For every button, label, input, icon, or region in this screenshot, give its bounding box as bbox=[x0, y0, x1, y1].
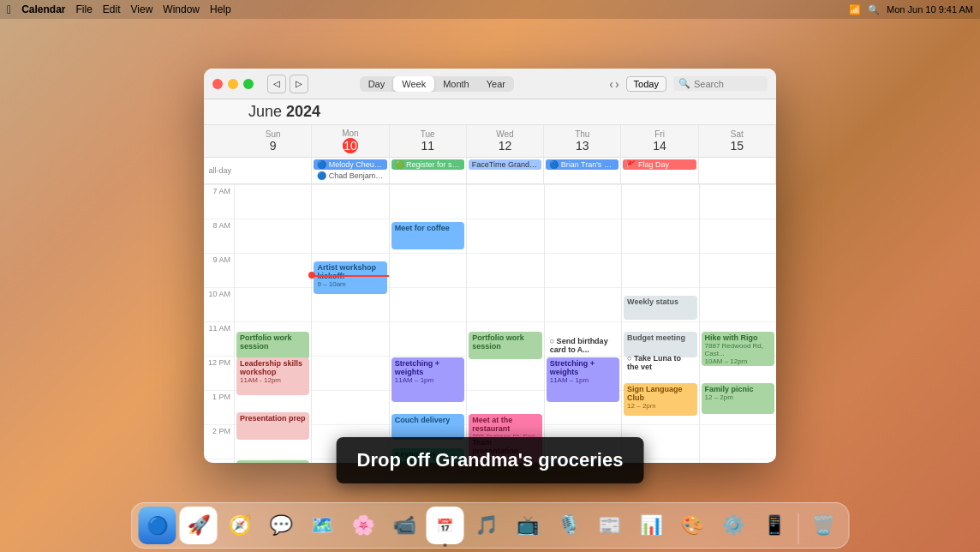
dock-music[interactable]: 🎵 bbox=[468, 507, 505, 544]
time-1pm: 1 PM bbox=[204, 390, 234, 424]
allday-event-brian[interactable]: 🔵 Brian Tran's Birthday bbox=[546, 159, 618, 170]
event-picnic-sat[interactable]: Family picnic 12 – 2pm bbox=[702, 383, 774, 414]
tooltip-overlay: Drop off Grandma's groceries bbox=[337, 437, 644, 483]
menu-file[interactable]: File bbox=[75, 3, 92, 15]
event-weekly-fri[interactable]: Weekly status bbox=[624, 296, 696, 320]
event-hike-sat[interactable]: Hike with Rigo 7887 Redwood Rd, Cast... … bbox=[702, 332, 774, 366]
event-luna-fri[interactable]: ○ Take Luna to the vet bbox=[624, 352, 696, 371]
tooltip-text: Drop off Grandma's groceries bbox=[357, 449, 624, 471]
allday-wed[interactable]: FaceTime Grandma bbox=[467, 158, 544, 183]
event-singing-sun[interactable]: Singing group bbox=[236, 460, 309, 463]
time-2pm: 2 PM bbox=[204, 424, 234, 459]
search-box[interactable]: 🔍 bbox=[673, 76, 768, 91]
dock-iphone[interactable]: 📱 bbox=[756, 507, 793, 544]
allday-sun bbox=[235, 158, 312, 183]
day-col-sat[interactable]: Hike with Rigo 7887 Redwood Rd, Cast... … bbox=[700, 184, 776, 463]
event-portfolio-wed[interactable]: Portfolio work session bbox=[469, 332, 541, 359]
dock-messages[interactable]: 💬 bbox=[262, 507, 300, 544]
dock: 🔵 🚀 🧭 💬 🗺️ 🌸 📹 📅 🎵 📺 🎙️ 📰 📊 🎨 ⚙️ 📱 bbox=[131, 502, 850, 549]
close-button[interactable] bbox=[212, 79, 223, 89]
day-col-tue[interactable]: Meet for coffee Stretching + weights 11A… bbox=[390, 184, 467, 463]
prev-week-button[interactable]: ‹ bbox=[609, 77, 613, 91]
time-3pm: 3 PM bbox=[204, 459, 234, 463]
menubar:  Calendar File Edit View Window Help 📶 … bbox=[0, 0, 980, 19]
event-stretching-thu[interactable]: Stretching + weights 11AM – 1pm bbox=[547, 357, 619, 402]
day-header-thu: Thu 13 bbox=[544, 125, 621, 157]
next-week-button[interactable]: › bbox=[615, 77, 619, 91]
menu-window[interactable]: Window bbox=[163, 3, 200, 15]
allday-event-melody[interactable]: 🔵 Melody Cheung's Birt... bbox=[314, 159, 386, 170]
dock-podcasts[interactable]: 🎙️ bbox=[550, 507, 588, 544]
traffic-lights[interactable] bbox=[212, 79, 254, 89]
dock-appletv[interactable]: 📺 bbox=[509, 507, 547, 544]
event-portfolio-sun[interactable]: Portfolio work session bbox=[236, 332, 309, 359]
day-col-fri[interactable]: Weekly status Budget meeting ○ Take Luna… bbox=[622, 184, 699, 463]
today-button[interactable]: Today bbox=[626, 76, 666, 92]
dock-calendar[interactable]: 📅 bbox=[427, 507, 464, 544]
search-input[interactable] bbox=[694, 79, 762, 89]
view-switcher[interactable]: Day Week Month Year bbox=[360, 76, 514, 92]
day-col-sun[interactable]: Portfolio work session Leadership skills… bbox=[235, 184, 312, 463]
dock-trash[interactable]: 🗑️ bbox=[804, 507, 842, 544]
dock-keynote[interactable]: 🎨 bbox=[673, 507, 711, 544]
scrollable-body[interactable]: 7 AM 8 AM 9 AM 10 AM 11 AM 12 PM 1 PM 2 … bbox=[204, 184, 776, 463]
dock-finder[interactable]: 🔵 bbox=[139, 507, 176, 544]
dock-numbers[interactable]: 📊 bbox=[632, 507, 670, 544]
time-12pm: 12 PM bbox=[204, 356, 234, 390]
minimize-button[interactable] bbox=[228, 79, 238, 89]
menu-help[interactable]: Help bbox=[210, 3, 231, 15]
day-header-sun: Sun 9 bbox=[235, 125, 312, 157]
event-birthday-card-thu[interactable]: ○ Send birthday card to A... bbox=[547, 335, 619, 354]
current-time-line bbox=[312, 275, 388, 277]
time-gutter-header bbox=[204, 125, 235, 157]
menu-edit[interactable]: Edit bbox=[103, 3, 121, 15]
allday-thu[interactable]: 🔵 Brian Tran's Birthday bbox=[544, 158, 621, 183]
dock-news[interactable]: 📰 bbox=[591, 507, 629, 544]
day-col-thu[interactable]: ○ Send birthday card to A... Stretching … bbox=[545, 184, 622, 463]
allday-event-facetime[interactable]: FaceTime Grandma bbox=[469, 159, 541, 170]
day-header-row: Sun 9 Mon 10 Tue 11 Wed 12 Thu 13 Fri 14 bbox=[204, 125, 776, 158]
allday-row: all-day 🔵 Melody Cheung's Birt... 🔵 Chad… bbox=[204, 158, 776, 184]
view-week-button[interactable]: Week bbox=[393, 76, 434, 92]
fullscreen-button[interactable] bbox=[243, 79, 254, 89]
allday-sat bbox=[699, 158, 776, 183]
event-stretching-tue[interactable]: Stretching + weights 11AM – 1pm bbox=[391, 357, 464, 402]
allday-mon[interactable]: 🔵 Melody Cheung's Birt... 🔵 Chad Benjami… bbox=[312, 158, 389, 183]
titlebar-nav[interactable]: ◁ ▷ bbox=[267, 75, 308, 93]
menubar-right: 📶 🔍 Mon Jun 10 9:41 AM bbox=[849, 4, 973, 15]
time-7am: 7 AM bbox=[204, 184, 234, 219]
event-presentation-sun[interactable]: Presentation prep bbox=[236, 412, 309, 440]
month-title: June 2024 bbox=[240, 98, 329, 125]
allday-event-samba[interactable]: 🟢 Register for samba class bbox=[391, 159, 464, 170]
event-coffee-tue[interactable]: Meet for coffee bbox=[391, 222, 464, 249]
view-year-button[interactable]: Year bbox=[478, 76, 514, 92]
nav-forward-button[interactable]: ▷ bbox=[290, 75, 308, 93]
apple-menu[interactable]:  bbox=[7, 3, 11, 16]
view-month-button[interactable]: Month bbox=[434, 76, 478, 92]
allday-tue[interactable]: 🟢 Register for samba class bbox=[390, 158, 467, 183]
event-artist-mon[interactable]: Artist workshop kickoff! 9 – 10am bbox=[314, 261, 386, 294]
dock-facetime[interactable]: 📹 bbox=[385, 507, 423, 544]
time-11am: 11 AM bbox=[204, 321, 234, 356]
day-col-mon[interactable]: Artist workshop kickoff! 9 – 10am Taco n… bbox=[312, 184, 389, 463]
allday-event-flagday[interactable]: 🚩 Flag Day bbox=[623, 159, 696, 170]
day-header-mon: Mon 10 bbox=[312, 125, 389, 157]
app-menu-calendar[interactable]: Calendar bbox=[21, 3, 65, 15]
dock-safari[interactable]: 🧭 bbox=[221, 507, 259, 544]
event-leadership-sun[interactable]: Leadership skills workshop 11AM - 12pm bbox=[236, 357, 309, 395]
view-day-button[interactable]: Day bbox=[360, 76, 394, 92]
allday-fri[interactable]: 🚩 Flag Day bbox=[621, 158, 698, 183]
menu-view[interactable]: View bbox=[131, 3, 153, 15]
dock-maps[interactable]: 🗺️ bbox=[303, 507, 341, 544]
dock-systemprefs[interactable]: ⚙️ bbox=[714, 507, 752, 544]
allday-event-chad[interactable]: 🔵 Chad Benjamin Potter... bbox=[314, 171, 386, 181]
calendar-nav-arrows[interactable]: ‹ › bbox=[609, 77, 618, 91]
nav-back-button[interactable]: ◁ bbox=[267, 75, 286, 93]
event-signlang-fri[interactable]: Sign Language Club 12 – 2pm bbox=[624, 383, 696, 416]
menubar-wifi-icon: 📶 bbox=[849, 4, 861, 15]
search-icon: 🔍 bbox=[678, 78, 690, 89]
dock-launchpad[interactable]: 🚀 bbox=[180, 507, 218, 544]
dock-photos[interactable]: 🌸 bbox=[344, 507, 382, 544]
event-couch-tue[interactable]: Couch delivery bbox=[391, 414, 464, 440]
day-col-wed[interactable]: Portfolio work session Meet at the resta… bbox=[467, 184, 544, 463]
